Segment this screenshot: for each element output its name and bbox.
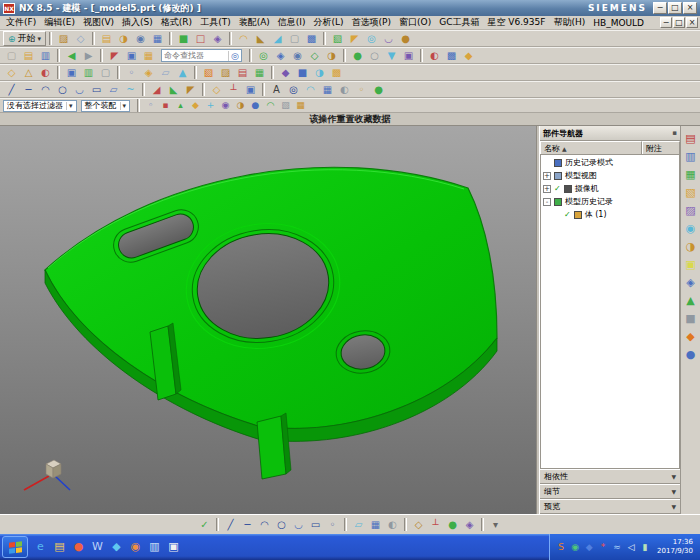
quadrant-point-icon[interactable]: ◑ [233, 99, 248, 112]
unite-icon[interactable]: ■ [175, 31, 192, 47]
close-button[interactable]: × [683, 2, 697, 14]
menu-item-7[interactable]: 信息(I) [274, 16, 310, 29]
menu-item-3[interactable]: 插入(S) [118, 16, 157, 29]
refresh-icon[interactable]: ◎ [255, 48, 272, 64]
shell-icon[interactable]: ▢ [286, 31, 303, 47]
menu-item-8[interactable]: 分析(L) [310, 16, 348, 29]
menu-item-0[interactable]: 文件(F) [2, 16, 40, 29]
sketch-icon[interactable]: ▨ [55, 31, 72, 47]
studio-spline-icon[interactable]: ~ [122, 82, 139, 98]
control-point-icon[interactable]: ◆ [188, 99, 203, 112]
thread-icon[interactable]: ▩ [303, 31, 320, 47]
point-icon[interactable]: ◦ [324, 517, 341, 533]
part-cleanup-icon[interactable]: ▢ [97, 65, 114, 81]
network-icon[interactable]: ≈ [610, 540, 624, 554]
column-header-note[interactable]: 附注 [642, 141, 680, 154]
make-corner-icon[interactable]: ◤ [182, 82, 199, 98]
polygon-icon[interactable]: ▱ [105, 82, 122, 98]
swept-icon[interactable]: ◡ [380, 31, 397, 47]
point-on-curve-icon[interactable]: ◠ [263, 99, 278, 112]
titlebar[interactable]: NX NX 8.5 - 建模 - [_model5.prt (修改的) ] SI… [0, 0, 700, 16]
rapid-dimension-icon[interactable]: ◇ [410, 517, 427, 533]
paste-icon[interactable]: ▦ [140, 48, 157, 64]
pattern-curve-icon[interactable]: ▦ [319, 82, 336, 98]
rectangle-icon[interactable]: ▭ [88, 82, 105, 98]
taskbar-clock[interactable]: 17:36 2017/9/30 [654, 538, 696, 556]
pin-icon[interactable]: ▪ [672, 129, 677, 137]
navigator-titlebar[interactable]: 部件导航器 ▪ [540, 126, 680, 141]
fit-view-icon[interactable]: ◈ [272, 48, 289, 64]
snap-point-icon[interactable]: ◦ [143, 99, 158, 112]
tree-item[interactable]: +模型视图 [541, 169, 679, 182]
expand-icon[interactable]: + [543, 172, 551, 180]
edge-blend-icon[interactable]: ◠ [235, 31, 252, 47]
extrude-icon[interactable]: ▤ [98, 31, 115, 47]
show-hide-icon[interactable]: ◐ [426, 48, 443, 64]
menu-item-14[interactable]: HB_MOULD [589, 18, 648, 28]
constraint-navigator-icon[interactable]: ▥ [683, 149, 699, 164]
notepad-icon[interactable]: ▥ [145, 537, 164, 557]
mdi-restore-button[interactable]: □ [673, 17, 685, 28]
arc-center-icon[interactable]: ◉ [218, 99, 233, 112]
undo-icon[interactable]: ◀ [63, 48, 80, 64]
menu-item-13[interactable]: 帮助(H) [549, 16, 589, 29]
media-player-icon[interactable]: ● [69, 537, 88, 557]
selection-filter-dropdown[interactable]: 没有选择过滤器 ▾ [3, 100, 77, 112]
assembly-navigator-icon[interactable]: ▤ [683, 131, 699, 146]
dimension-icon[interactable]: ◇ [208, 82, 225, 98]
constraints-icon[interactable]: ┴ [427, 517, 444, 533]
firefox-icon[interactable]: ◉ [126, 537, 145, 557]
arc-icon[interactable]: ◠ [256, 517, 273, 533]
mirror-curve-icon[interactable]: ◐ [336, 82, 353, 98]
shaded-icon[interactable]: ● [349, 48, 366, 64]
arc-icon[interactable]: ◠ [37, 82, 54, 98]
save-icon[interactable]: ▥ [37, 48, 54, 64]
move-object-icon[interactable]: ◆ [460, 48, 477, 64]
line-icon[interactable]: ─ [239, 517, 256, 533]
start-button[interactable] [2, 536, 28, 558]
object-info-icon[interactable]: ▣ [63, 65, 80, 81]
quick-extend-icon[interactable]: ◣ [165, 82, 182, 98]
open-icon[interactable]: ▤ [20, 48, 37, 64]
copy-icon[interactable]: ▣ [123, 48, 140, 64]
wcs-triad[interactable] [24, 460, 70, 490]
redo-icon[interactable]: ▶ [80, 48, 97, 64]
minimize-button[interactable]: − [653, 2, 667, 14]
conic-icon[interactable]: ◠ [302, 82, 319, 98]
pan-icon[interactable]: ◇ [306, 48, 323, 64]
collapse-icon[interactable]: - [543, 198, 551, 206]
ellipse-icon[interactable]: ◎ [285, 82, 302, 98]
fillet-icon[interactable]: ◡ [71, 82, 88, 98]
resize-face-icon[interactable]: ▦ [251, 65, 268, 81]
rotate-view-icon[interactable]: ◑ [323, 48, 340, 64]
snapshot-icon[interactable]: ▣ [400, 48, 417, 64]
intersection-snap-icon[interactable]: + [203, 99, 218, 112]
hole-icon[interactable]: ◉ [132, 31, 149, 47]
graphics-viewport[interactable] [0, 126, 536, 514]
menu-item-5[interactable]: 工具(T) [196, 16, 235, 29]
instance-geometry-icon[interactable]: ▩ [328, 65, 345, 81]
cut-icon[interactable]: ◤ [106, 48, 123, 64]
intersect-icon[interactable]: ◈ [209, 31, 226, 47]
antivirus-shield-icon[interactable]: ◆ [582, 540, 596, 554]
explorer-icon[interactable]: ▤ [50, 537, 69, 557]
mid-point-icon[interactable]: ▴ [173, 99, 188, 112]
wireframe-icon[interactable]: ○ [366, 48, 383, 64]
menu-item-2[interactable]: 视图(V) [79, 16, 118, 29]
process-studio-icon[interactable]: ◈ [683, 275, 699, 290]
command-finder-input[interactable] [162, 50, 228, 61]
fillet-icon[interactable]: ◡ [290, 517, 307, 533]
menu-item-9[interactable]: 首选项(P) [348, 16, 395, 29]
mdi-minimize-button[interactable]: − [660, 17, 672, 28]
web-browser-icon[interactable]: ◉ [683, 221, 699, 236]
point-icon[interactable]: ◦ [123, 65, 140, 81]
checkmark-icon[interactable]: ✓ [564, 210, 571, 219]
profile-icon[interactable]: ╱ [222, 517, 239, 533]
menu-item-6[interactable]: 装配(A) [235, 16, 274, 29]
expressions-icon[interactable]: ▥ [80, 65, 97, 81]
search-icon[interactable]: ◎ [228, 51, 241, 61]
mdi-close-button[interactable]: × [686, 17, 698, 28]
line-icon[interactable]: ─ [20, 82, 37, 98]
quick-trim-icon[interactable]: ◢ [148, 82, 165, 98]
volume-icon[interactable]: ◁ [624, 540, 638, 554]
